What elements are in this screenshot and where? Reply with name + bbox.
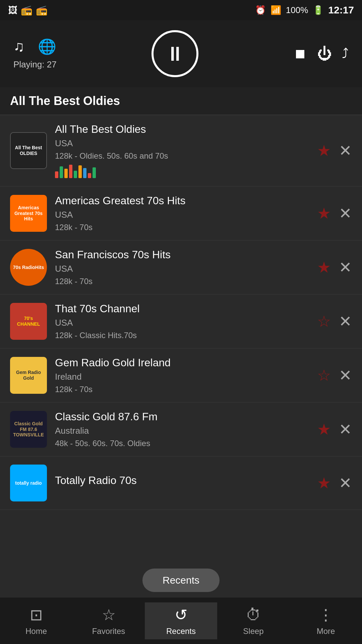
station-name: Classic Gold 87.6 Fm xyxy=(55,411,309,423)
notification-count: 📻 xyxy=(36,5,48,16)
station-logo-6: Classic Gold FM 87.6 TOWNSVILLE xyxy=(10,411,47,448)
station-logo-1: All The Best OLDIES xyxy=(10,132,47,169)
station-bitrate: 128k - 70s xyxy=(55,385,309,394)
player-left-icons: ♫ 🌐 Playing: 27 xyxy=(13,38,57,70)
favorite-star-button[interactable]: ★ xyxy=(317,420,331,438)
player-right-icons: ⏹ ⏻ ⤴ xyxy=(294,45,349,62)
station-info-3: San Franciscos 70s HitsUSA128k - 70s xyxy=(55,249,309,286)
player-left-icons-row: ♫ 🌐 xyxy=(13,38,56,55)
station-name: That 70s Channel xyxy=(55,303,309,315)
station-item[interactable]: totally radioTotally Radio 70s★✕ xyxy=(0,457,362,510)
station-info-2: Americas Greatest 70s HitsUSA128k - 70s xyxy=(55,195,309,232)
main-content: ♫ 🌐 Playing: 27 ⏸ ⏹ ⏻ ⤴ All The Best Old… xyxy=(0,20,362,597)
station-bitrate: 48k - 50s. 60s. 70s. Oldies xyxy=(55,439,309,448)
battery-text: 100% xyxy=(286,5,308,15)
stop-button[interactable]: ⏹ xyxy=(294,46,307,61)
pause-button[interactable]: ⏸ xyxy=(152,30,198,77)
favorite-star-button[interactable]: ★ xyxy=(317,474,331,492)
nav-icon-more: ⋮ xyxy=(318,606,334,624)
remove-station-button[interactable]: ✕ xyxy=(339,474,352,492)
nav-item-more[interactable]: ⋮More xyxy=(290,602,362,639)
nav-label-favorites: Favorites xyxy=(92,627,125,636)
station-list: All The Best OLDIESAll The Best OldiesUS… xyxy=(0,115,362,597)
station-actions-2: ★✕ xyxy=(317,204,352,222)
nav-label-more: More xyxy=(317,627,335,636)
bottom-nav: ⊡Home☆Favorites↺Recents⏱Sleep⋮More xyxy=(0,597,362,644)
station-name: Americas Greatest 70s Hits xyxy=(55,195,309,207)
station-info-4: That 70s ChannelUSA128k - Classic Hits.7… xyxy=(55,303,309,340)
station-actions-1: ★✕ xyxy=(317,142,352,160)
station-bitrate: 128k - Classic Hits.70s xyxy=(55,331,309,340)
remove-station-button[interactable]: ✕ xyxy=(339,204,352,222)
nav-icon-home: ⊡ xyxy=(30,606,43,624)
station-logo-5: Gem Radio Gold xyxy=(10,357,47,394)
nav-label-home: Home xyxy=(25,627,47,636)
station-name: All The Best Oldies xyxy=(55,123,309,136)
remove-station-button[interactable]: ✕ xyxy=(339,420,352,438)
remove-station-button[interactable]: ✕ xyxy=(339,142,352,160)
station-bitrate: 128k - 70s xyxy=(55,223,309,232)
station-item[interactable]: All The Best OLDIESAll The Best OldiesUS… xyxy=(0,115,362,186)
station-country: USA xyxy=(55,318,309,328)
station-actions-6: ★✕ xyxy=(317,420,352,438)
station-name: Totally Radio 70s xyxy=(55,474,309,487)
nav-item-home[interactable]: ⊡Home xyxy=(0,602,72,639)
station-name: San Franciscos 70s Hits xyxy=(55,249,309,261)
favorite-star-button[interactable]: ★ xyxy=(317,258,331,276)
status-bar: 🖼 📻 📻 ⏰ 📶 100% 🔋 12:17 xyxy=(0,0,362,20)
nav-item-recents[interactable]: ↺Recents xyxy=(145,602,217,639)
nav-item-sleep[interactable]: ⏱Sleep xyxy=(217,602,290,639)
station-logo-2: Americas Greatest 70s Hits xyxy=(10,195,47,232)
favorite-star-button[interactable]: ☆ xyxy=(317,366,331,384)
status-bar-right: ⏰ 📶 100% 🔋 12:17 xyxy=(255,4,354,16)
battery-icon: 🔋 xyxy=(313,5,323,15)
favorite-star-button[interactable]: ☆ xyxy=(317,312,331,330)
station-actions-7: ★✕ xyxy=(317,474,352,492)
station-actions-3: ★✕ xyxy=(317,258,352,276)
player-controls-row: ♫ 🌐 Playing: 27 ⏸ ⏹ ⏻ ⤴ xyxy=(13,30,349,77)
nav-icon-recents: ↺ xyxy=(175,606,188,624)
station-country: Australia xyxy=(55,426,309,436)
favorite-star-button[interactable]: ★ xyxy=(317,142,331,160)
power-button[interactable]: ⏻ xyxy=(317,45,332,62)
clock-display: 12:17 xyxy=(328,4,354,16)
station-item[interactable]: 70s RadioHitsSan Franciscos 70s HitsUSA1… xyxy=(0,240,362,294)
nav-item-favorites[interactable]: ☆Favorites xyxy=(72,602,145,639)
station-bitrate: 128k - 70s xyxy=(55,277,309,286)
radio-icon: 📻 xyxy=(21,5,33,16)
favorite-star-button[interactable]: ★ xyxy=(317,204,331,222)
station-item[interactable]: Classic Gold FM 87.6 TOWNSVILLEClassic G… xyxy=(0,402,362,457)
nav-icon-sleep: ⏱ xyxy=(246,606,261,624)
status-bar-left: 🖼 📻 📻 xyxy=(8,5,48,16)
station-logo-4: 70's CHANNEL xyxy=(10,303,47,340)
station-item[interactable]: Gem Radio GoldGem Radio Gold IrelandIrel… xyxy=(0,348,362,402)
station-country: USA xyxy=(55,138,309,149)
station-info-6: Classic Gold 87.6 FmAustralia48k - 50s. … xyxy=(55,411,309,448)
alarm-icon: ⏰ xyxy=(255,5,266,15)
share-button[interactable]: ⤴ xyxy=(342,46,349,61)
station-bitrate: 128k - Oldies. 50s. 60s and 70s xyxy=(55,151,309,161)
gallery-icon: 🖼 xyxy=(8,5,17,16)
station-title-bar: All The Best Oldies xyxy=(0,87,362,115)
station-actions-5: ☆✕ xyxy=(317,366,352,384)
remove-station-button[interactable]: ✕ xyxy=(339,312,352,330)
station-actions-4: ☆✕ xyxy=(317,312,352,330)
station-country: USA xyxy=(55,210,309,220)
station-name: Gem Radio Gold Ireland xyxy=(55,357,309,369)
nav-label-recents: Recents xyxy=(166,627,196,636)
current-station-title: All The Best Oldies xyxy=(10,94,352,108)
remove-station-button[interactable]: ✕ xyxy=(339,258,352,276)
pause-icon: ⏸ xyxy=(165,42,185,65)
station-country: Ireland xyxy=(55,372,309,382)
nav-icon-favorites: ☆ xyxy=(102,606,116,624)
music-icon[interactable]: ♫ xyxy=(13,38,24,55)
station-item[interactable]: 70's CHANNELThat 70s ChannelUSA128k - Cl… xyxy=(0,294,362,348)
playing-label: Playing: 27 xyxy=(13,59,57,70)
station-country: USA xyxy=(55,264,309,274)
station-info-5: Gem Radio Gold IrelandIreland128k - 70s xyxy=(55,357,309,394)
station-item[interactable]: Americas Greatest 70s HitsAmericas Great… xyxy=(0,186,362,240)
remove-station-button[interactable]: ✕ xyxy=(339,366,352,384)
recents-tooltip: Recents xyxy=(142,569,220,592)
globe-icon[interactable]: 🌐 xyxy=(38,38,56,55)
station-logo-7: totally radio xyxy=(10,465,47,501)
